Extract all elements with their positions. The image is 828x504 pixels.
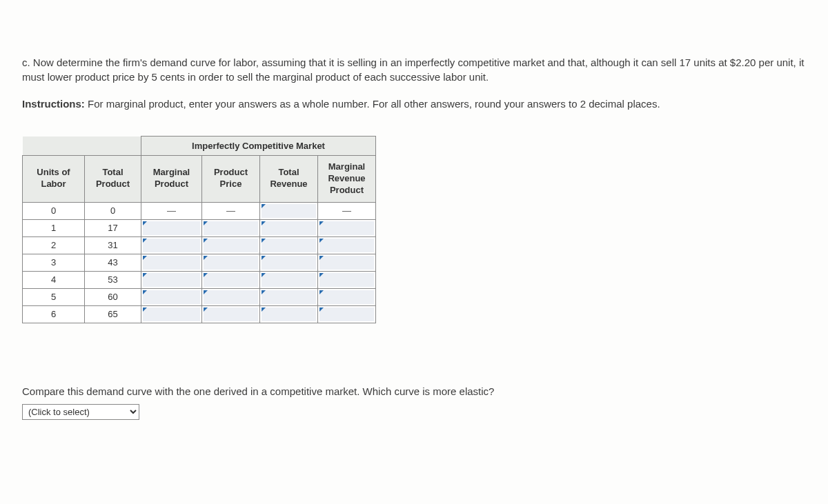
marginal-product-cell <box>141 271 202 288</box>
marginal-product-input[interactable] <box>143 273 200 287</box>
input-marker-icon <box>143 221 147 225</box>
input-marker-icon <box>143 273 147 277</box>
marginal-product-input[interactable] <box>143 221 200 235</box>
total-revenue-cell <box>260 305 318 323</box>
data-table: Imperfectly Competitive Market Units ofL… <box>22 136 376 323</box>
total-product-cell: 43 <box>85 254 141 271</box>
input-marker-icon <box>143 308 147 312</box>
input-marker-icon <box>262 204 266 208</box>
input-marker-icon <box>204 308 208 312</box>
product-price-cell: — <box>202 202 260 219</box>
input-marker-icon <box>262 239 266 243</box>
col-total-product: TotalProduct <box>85 156 141 203</box>
marginal-product-cell: — <box>141 202 202 219</box>
total-revenue-input[interactable] <box>262 204 316 218</box>
table-row: 231 <box>23 236 376 254</box>
units-cell: 1 <box>23 219 85 236</box>
total-revenue-input[interactable] <box>262 290 316 304</box>
total-revenue-cell <box>260 254 318 271</box>
units-cell: 6 <box>23 305 85 323</box>
mrp-cell <box>318 271 376 288</box>
col-marginal-product: MarginalProduct <box>141 156 202 203</box>
instructions-label: Instructions: <box>22 98 85 110</box>
product-price-cell <box>202 305 260 323</box>
input-marker-icon <box>143 239 147 243</box>
total-product-cell: 65 <box>85 305 141 323</box>
mrp-cell <box>318 254 376 271</box>
product-price-input[interactable] <box>204 273 258 287</box>
table-row: 453 <box>23 271 376 288</box>
input-marker-icon <box>262 273 266 277</box>
product-price-input[interactable] <box>204 221 258 235</box>
mrp-input[interactable] <box>319 221 374 235</box>
total-revenue-input[interactable] <box>262 239 316 252</box>
product-price-cell <box>202 236 260 254</box>
market-header: Imperfectly Competitive Market <box>141 137 376 156</box>
total-revenue-input[interactable] <box>262 221 316 235</box>
question-text: c. Now determine the firm's demand curve… <box>22 55 806 84</box>
table-row: 343 <box>23 254 376 271</box>
input-marker-icon <box>262 290 266 294</box>
mrp-input[interactable] <box>319 273 374 287</box>
input-marker-icon <box>262 308 266 312</box>
input-marker-icon <box>143 256 147 260</box>
mrp-cell <box>318 305 376 323</box>
mrp-input[interactable] <box>319 256 374 270</box>
input-marker-icon <box>204 273 208 277</box>
input-marker-icon <box>143 290 147 294</box>
total-product-cell: 31 <box>85 236 141 254</box>
elasticity-select[interactable]: (Click to select) <box>22 404 139 420</box>
marginal-product-cell <box>141 288 202 305</box>
mrp-cell <box>318 288 376 305</box>
mrp-input[interactable] <box>319 308 374 321</box>
followup-question: Compare this demand curve with the one d… <box>22 385 806 397</box>
mrp-cell <box>318 219 376 236</box>
input-marker-icon <box>262 221 266 225</box>
total-revenue-cell <box>260 202 318 219</box>
total-revenue-cell <box>260 236 318 254</box>
table-row: 665 <box>23 305 376 323</box>
input-marker-icon <box>319 239 324 243</box>
total-revenue-input[interactable] <box>262 308 316 321</box>
units-cell: 5 <box>23 288 85 305</box>
product-price-input[interactable] <box>204 239 258 252</box>
col-product-price: ProductPrice <box>202 156 260 203</box>
total-revenue-cell <box>260 219 318 236</box>
product-price-cell <box>202 219 260 236</box>
table-row: 560 <box>23 288 376 305</box>
units-cell: 2 <box>23 236 85 254</box>
product-price-cell <box>202 254 260 271</box>
product-price-input[interactable] <box>204 290 258 304</box>
marginal-product-input[interactable] <box>143 256 200 270</box>
marginal-product-cell <box>141 236 202 254</box>
product-price-input[interactable] <box>204 256 258 270</box>
total-revenue-input[interactable] <box>262 273 316 287</box>
question-prefix: c. <box>22 57 30 68</box>
total-revenue-cell <box>260 288 318 305</box>
input-marker-icon <box>319 221 324 225</box>
total-product-cell: 53 <box>85 271 141 288</box>
col-total-revenue: TotalRevenue <box>260 156 318 203</box>
table-row: 00——— <box>23 202 376 219</box>
marginal-product-cell <box>141 219 202 236</box>
product-price-cell <box>202 271 260 288</box>
total-revenue-input[interactable] <box>262 256 316 270</box>
input-marker-icon <box>319 256 324 260</box>
table-row: 117 <box>23 219 376 236</box>
total-revenue-cell <box>260 271 318 288</box>
marginal-product-input[interactable] <box>143 239 200 252</box>
mrp-input[interactable] <box>319 239 374 252</box>
mrp-input[interactable] <box>319 290 374 304</box>
mrp-cell <box>318 236 376 254</box>
marginal-product-cell <box>141 254 202 271</box>
marginal-product-input[interactable] <box>143 290 200 304</box>
instructions-body: For marginal product, enter your answers… <box>88 98 660 110</box>
input-marker-icon <box>319 290 324 294</box>
input-marker-icon <box>319 273 324 277</box>
input-marker-icon <box>204 239 208 243</box>
marginal-product-input[interactable] <box>143 308 200 321</box>
total-product-cell: 17 <box>85 219 141 236</box>
mrp-cell: — <box>318 202 376 219</box>
product-price-input[interactable] <box>204 308 258 321</box>
instructions-block: Instructions: For marginal product, ente… <box>22 97 806 111</box>
